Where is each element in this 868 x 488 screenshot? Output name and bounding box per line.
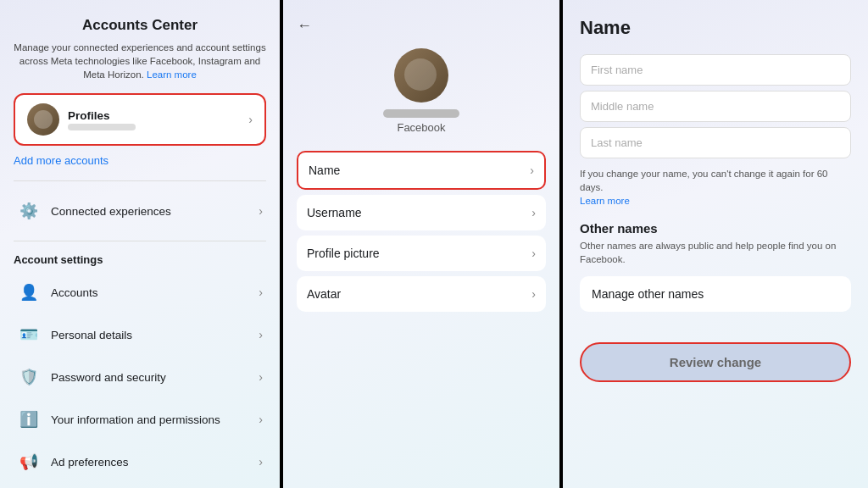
profiles-handle <box>68 124 136 130</box>
review-change-button[interactable]: Review change <box>580 342 851 382</box>
password-label: Password and security <box>51 371 166 384</box>
chevron-accounts: › <box>259 286 263 299</box>
username-menu-item[interactable]: Username › <box>297 195 546 230</box>
name-menu-item[interactable]: Name › <box>297 151 546 190</box>
right-panel: Name First name Middle name Last name If… <box>559 0 868 488</box>
chevron-ad: › <box>259 455 263 469</box>
ad-label: Ad preferences <box>51 456 129 469</box>
chevron-avatar: › <box>531 287 536 301</box>
back-button[interactable]: ← <box>297 17 546 35</box>
payments-item[interactable]: 💳Payments › <box>14 483 266 488</box>
page-title: Accounts Center <box>14 17 266 34</box>
ad-icon: 📢 <box>17 450 41 474</box>
chevron-password: › <box>259 370 263 384</box>
last-name-field[interactable]: Last name <box>580 127 851 158</box>
divider-2 <box>14 241 266 241</box>
other-names-title: Other names <box>580 221 851 236</box>
ad-preferences-item[interactable]: 📢Ad preferences › <box>14 441 266 483</box>
info-permissions-item[interactable]: ℹ️Your information and permissions › <box>14 398 266 441</box>
chevron-username: › <box>531 206 536 219</box>
profile-avatar-large <box>394 48 448 103</box>
profile-picture-label: Profile picture <box>307 247 380 260</box>
profile-platform: Facebook <box>397 121 445 134</box>
connected-experiences-left: ⚙️ Connected experiences <box>17 199 171 223</box>
password-icon: 🛡️ <box>17 365 41 389</box>
chevron-personal: › <box>259 328 263 341</box>
chevron-right-icon-connected: › <box>259 204 263 218</box>
password-security-item[interactable]: 🛡️Password and security › <box>14 356 266 398</box>
accounts-label: Accounts <box>51 286 98 299</box>
account-settings-title: Account settings <box>14 253 266 266</box>
profiles-label: Profiles <box>68 109 136 122</box>
personal-details-item[interactable]: 🪪Personal details › <box>14 313 266 356</box>
left-panel: Accounts Center Manage your connected ex… <box>0 0 280 488</box>
middle-name-field[interactable]: Middle name <box>580 91 851 122</box>
chevron-name: › <box>530 164 534 177</box>
other-names-desc: Other names are always public and help p… <box>580 239 851 266</box>
avatar-menu-item[interactable]: Avatar › <box>297 276 546 312</box>
avatar-label: Avatar <box>307 287 341 301</box>
chevron-right-icon: › <box>248 113 253 126</box>
add-more-accounts-link[interactable]: Add more accounts <box>14 154 266 167</box>
name-page-title: Name <box>580 17 851 39</box>
middle-panel: ← Facebook Name › Username › Profile pic… <box>280 0 559 488</box>
profile-handle-bar <box>383 109 459 118</box>
learn-more-link-left[interactable]: Learn more <box>147 69 197 80</box>
connected-experiences-item[interactable]: ⚙️ Connected experiences › <box>14 190 266 232</box>
info-icon: ℹ️ <box>17 408 41 431</box>
username-label: Username <box>307 206 362 219</box>
divider-1 <box>14 180 266 181</box>
profile-picture-menu-item[interactable]: Profile picture › <box>297 236 546 271</box>
accounts-icon: 👤 <box>17 280 41 304</box>
name-warning-text: If you change your name, you can't chang… <box>580 167 851 208</box>
avatar <box>27 103 59 136</box>
profiles-info: Profiles <box>68 109 136 130</box>
connected-icon: ⚙️ <box>17 199 41 223</box>
chevron-profile-picture: › <box>531 247 536 260</box>
profiles-card-left: Profiles <box>27 103 136 136</box>
personal-details-label: Personal details <box>51 329 132 341</box>
accounts-item[interactable]: 👤Accounts › <box>14 271 266 313</box>
name-label: Name <box>309 164 340 177</box>
personal-details-icon: 🪪 <box>17 323 41 347</box>
manage-other-names-button[interactable]: Manage other names <box>580 276 851 312</box>
profile-header: Facebook <box>297 48 546 134</box>
subtitle-text: Manage your connected experiences and ac… <box>14 41 266 81</box>
first-name-field[interactable]: First name <box>580 54 851 86</box>
profiles-card[interactable]: Profiles › <box>14 93 266 146</box>
chevron-info: › <box>259 413 263 426</box>
connected-experiences-label: Connected experiences <box>51 205 171 218</box>
learn-more-link-right[interactable]: Learn more <box>580 196 630 206</box>
info-label: Your information and permissions <box>51 413 220 426</box>
